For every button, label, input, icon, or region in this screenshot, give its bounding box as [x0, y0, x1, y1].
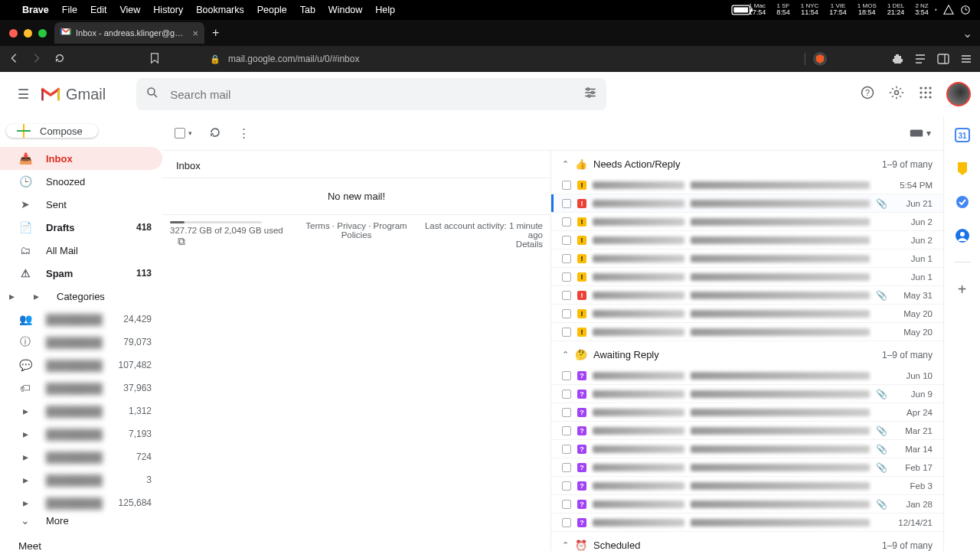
rewards-icon[interactable] [943, 5, 954, 15]
email-row[interactable]: ?📎Jan 28 [551, 495, 943, 514]
row-checkbox[interactable] [562, 328, 571, 337]
email-row[interactable]: ?Jun 10 [551, 367, 943, 385]
email-row[interactable]: !May 20 [551, 305, 943, 323]
sidebar-custom-label[interactable]: ▸████████125,684 [0, 491, 162, 514]
sidebar-custom-label[interactable]: ▸████████3 [0, 468, 162, 491]
compose-button[interactable]: Compose [6, 124, 98, 138]
main-menu-icon[interactable]: ☰ [6, 86, 40, 103]
window-minimize[interactable] [24, 29, 32, 37]
email-row[interactable]: !May 20 [551, 323, 943, 341]
menu-help[interactable]: Help [375, 5, 395, 15]
input-tools-icon[interactable]: ▾ [910, 128, 931, 139]
sidebar-item-inbox[interactable]: 📥Inbox [0, 147, 162, 170]
sidebar-custom-label[interactable]: ▸████████1,312 [0, 399, 162, 422]
browser-tab[interactable]: Inbox - andreas.klinger@gmail. × [54, 22, 204, 44]
search-icon[interactable] [145, 86, 159, 103]
row-checkbox[interactable] [562, 481, 571, 491]
sidebar-item-drafts[interactable]: 📄Drafts418 [0, 216, 162, 239]
reload-button[interactable] [54, 53, 66, 66]
select-all[interactable]: ▾ [175, 128, 192, 139]
menu-view[interactable]: View [119, 5, 140, 15]
email-row[interactable]: !5:54 PM [551, 176, 943, 194]
address-bar[interactable]: 🔒 mail.google.com/mail/u/0/#inbox [202, 52, 835, 66]
menu-history[interactable]: History [153, 5, 183, 15]
email-row[interactable]: !Jun 2 [551, 231, 943, 249]
privacy-link[interactable]: Privacy [337, 221, 366, 230]
row-checkbox[interactable] [562, 390, 571, 399]
email-row[interactable]: !📎May 31 [551, 286, 943, 305]
email-row[interactable]: !Jun 2 [551, 213, 943, 231]
back-button[interactable] [8, 53, 20, 66]
app-name[interactable]: Brave [22, 5, 49, 15]
sidebar-toggle-icon[interactable] [937, 53, 949, 65]
sidebar-item-categories[interactable]: ▸▸Categories [0, 285, 162, 308]
row-checkbox[interactable] [562, 236, 571, 245]
row-checkbox[interactable] [562, 518, 571, 527]
row-checkbox[interactable] [562, 199, 571, 208]
row-checkbox[interactable] [562, 463, 571, 472]
sidebar-item-snoozed[interactable]: 🕒Snoozed [0, 170, 162, 193]
row-checkbox[interactable] [562, 371, 571, 380]
refresh-button[interactable] [209, 126, 221, 141]
email-row[interactable]: ?📎Mar 14 [551, 440, 943, 458]
section-header[interactable]: ⌃👍Needs Action/Reply1–9 of many [551, 151, 943, 176]
row-checkbox[interactable] [562, 500, 571, 509]
battery-icon[interactable] [732, 5, 743, 15]
terms-link[interactable]: Terms [305, 221, 329, 230]
sidebar-custom-label[interactable]: 👥████████24,429 [0, 308, 162, 331]
sidebar-item-spam[interactable]: ⚠Spam113 [0, 262, 162, 285]
row-checkbox[interactable] [562, 217, 571, 227]
bookmark-icon[interactable] [149, 53, 161, 66]
section-header[interactable]: ⌃⏰Scheduled1–9 of many [551, 532, 943, 551]
support-icon[interactable]: ? [853, 85, 882, 104]
row-checkbox[interactable] [562, 445, 571, 454]
add-app-icon[interactable]: + [958, 281, 967, 298]
menu-window[interactable]: Window [328, 5, 362, 15]
email-row[interactable]: ?Feb 3 [551, 477, 943, 495]
row-checkbox[interactable] [562, 254, 571, 263]
email-row[interactable]: ?Apr 24 [551, 403, 943, 422]
row-checkbox[interactable] [562, 181, 571, 190]
tabs-dropdown-icon[interactable]: ⌄ [962, 26, 972, 41]
sidebar-item-sent[interactable]: ➤Sent [0, 193, 162, 216]
sidebar-item-all-mail[interactable]: 🗂All Mail [0, 239, 162, 262]
row-checkbox[interactable] [562, 426, 571, 435]
inbox-tab[interactable]: Inbox [162, 151, 550, 178]
row-checkbox[interactable] [562, 309, 571, 318]
row-checkbox[interactable] [562, 408, 571, 417]
sidebar-custom-label[interactable]: 💬████████107,482 [0, 354, 162, 377]
extensions-icon[interactable] [891, 53, 903, 65]
details-link[interactable]: Details [516, 240, 543, 249]
tasks-icon[interactable] [955, 194, 970, 210]
settings-icon[interactable] [882, 85, 911, 104]
section-header[interactable]: ⌃🤔Awaiting Reply1–9 of many [551, 341, 943, 367]
menu-bookmarks[interactable]: Bookmarks [196, 5, 244, 15]
menu-file[interactable]: File [62, 5, 77, 15]
search-box[interactable] [136, 78, 606, 110]
more-actions-icon[interactable]: ⋮ [238, 126, 250, 140]
brave-shields-icon[interactable] [813, 52, 827, 66]
sidebar-custom-label[interactable]: 🏷████████37,963 [0, 377, 162, 399]
tab-close-icon[interactable]: × [192, 28, 198, 39]
new-tab-button[interactable]: + [212, 26, 219, 40]
email-row[interactable]: !Jun 1 [551, 268, 943, 286]
email-row[interactable]: ?📎Mar 21 [551, 422, 943, 440]
keep-icon[interactable] [955, 161, 970, 176]
calendar-icon[interactable]: 31 [955, 127, 970, 142]
account-avatar[interactable] [946, 82, 971, 106]
email-row[interactable]: !📎Jun 21 [551, 194, 943, 213]
row-checkbox[interactable] [562, 291, 571, 300]
menu-tab[interactable]: Tab [300, 5, 315, 15]
window-close[interactable] [9, 29, 18, 37]
email-row[interactable]: ?12/14/21 [551, 514, 943, 532]
reading-list-icon[interactable] [914, 53, 926, 65]
window-maximize[interactable] [38, 29, 47, 37]
contacts-icon[interactable] [955, 228, 970, 243]
sidebar-custom-label[interactable]: ▸████████7,193 [0, 422, 162, 445]
row-checkbox[interactable] [562, 272, 571, 282]
apps-icon[interactable] [911, 86, 940, 103]
browser-menu-icon[interactable] [960, 53, 972, 65]
control-center-icon[interactable] [960, 5, 971, 15]
email-row[interactable]: ?📎Feb 17 [551, 458, 943, 477]
menu-people[interactable]: People [257, 5, 287, 15]
